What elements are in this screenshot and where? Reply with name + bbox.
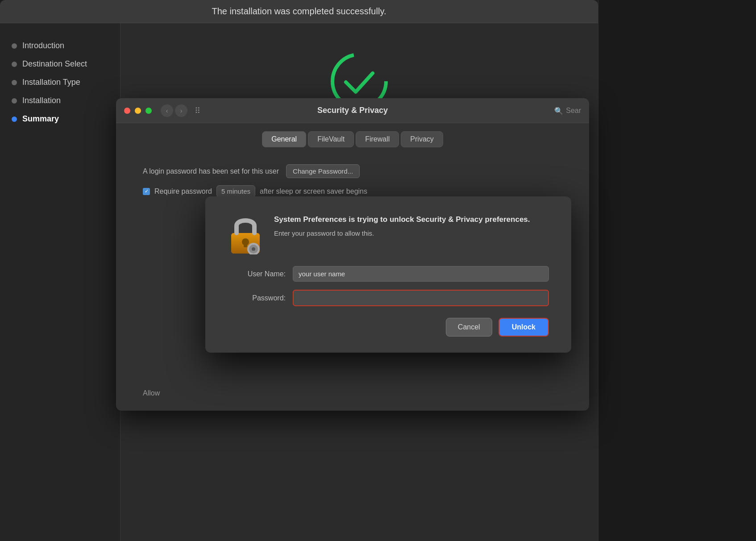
auth-dialog-header: System Preferences is trying to unlock S… (228, 214, 549, 250)
allow-area: Allow (143, 389, 160, 397)
search-area: 🔍 Sear (554, 106, 581, 115)
tab-general[interactable]: General (262, 131, 306, 147)
grid-icon[interactable]: ⠿ (195, 106, 200, 116)
right-panel (598, 0, 756, 541)
svg-rect-4 (244, 242, 247, 247)
sidebar-label-destination: Destination Select (22, 59, 87, 69)
search-placeholder: Sear (566, 107, 581, 115)
cancel-button[interactable]: Cancel (446, 318, 492, 337)
login-password-row: A login password has been set for this u… (143, 164, 562, 178)
svg-point-7 (252, 247, 255, 251)
sidebar-item-installation[interactable]: Installation (9, 92, 111, 110)
security-title-bar: ‹ › ⠿ Security & Privacy 🔍 Sear (116, 98, 589, 123)
traffic-light-red[interactable] (124, 108, 130, 114)
sidebar-label-introduction: Introduction (22, 41, 64, 50)
traffic-light-yellow[interactable] (135, 108, 141, 114)
sidebar-item-install-type[interactable]: Installation Type (9, 73, 111, 92)
password-input[interactable] (293, 290, 549, 306)
sidebar-item-summary[interactable]: Summary (9, 110, 111, 128)
allow-label: Allow (143, 389, 160, 397)
username-field-row: User Name: (228, 266, 549, 282)
forward-arrow[interactable]: › (175, 104, 187, 117)
sidebar-dot-introduction (12, 43, 17, 49)
dialog-buttons: Cancel Unlock (228, 318, 549, 337)
installer-title-bar: The installation was completed successfu… (0, 0, 598, 23)
password-duration-dropdown[interactable]: 5 minutes (216, 185, 255, 197)
lock-icon (228, 214, 263, 250)
nav-arrows: ‹ › (161, 104, 187, 117)
security-window-title: Security & Privacy (317, 106, 388, 115)
installer-sidebar: Introduction Destination Select Installa… (0, 23, 120, 541)
security-tabs: General FileVault Firewall Privacy (116, 123, 589, 155)
tab-filevault[interactable]: FileVault (308, 131, 354, 147)
tab-firewall[interactable]: Firewall (356, 131, 399, 147)
require-password-suffix: after sleep or screen saver begins (260, 187, 367, 196)
tab-privacy[interactable]: Privacy (401, 131, 443, 147)
sidebar-dot-destination (12, 62, 17, 67)
auth-text-block: System Preferences is trying to unlock S… (274, 214, 549, 237)
traffic-light-green[interactable] (145, 108, 152, 114)
require-password-checkbox[interactable]: ✓ (143, 188, 150, 195)
unlock-button[interactable]: Unlock (498, 318, 549, 337)
sidebar-dot-installation (12, 98, 17, 104)
sidebar-label-summary: Summary (22, 114, 59, 124)
require-password-label: Require password (154, 187, 212, 196)
sidebar-dot-summary (12, 117, 17, 122)
password-field-row: Password: (228, 290, 549, 306)
auth-dialog-subtitle: Enter your password to allow this. (274, 229, 549, 237)
sidebar-dot-install-type (12, 80, 17, 85)
change-password-button[interactable]: Change Password... (286, 164, 360, 178)
sidebar-label-installation: Installation (22, 96, 61, 105)
username-label: User Name: (228, 270, 286, 278)
auth-dialog: System Preferences is trying to unlock S… (205, 196, 571, 353)
password-label: Password: (228, 294, 286, 302)
search-icon: 🔍 (554, 106, 563, 115)
require-password-row: ✓ Require password 5 minutes after sleep… (143, 185, 562, 197)
username-input[interactable] (293, 266, 549, 282)
sidebar-item-destination[interactable]: Destination Select (9, 55, 111, 73)
sidebar-label-install-type: Installation Type (22, 78, 80, 87)
auth-dialog-title: System Preferences is trying to unlock S… (274, 214, 549, 225)
installer-title: The installation was completed successfu… (212, 6, 386, 17)
login-password-text: A login password has been set for this u… (143, 167, 279, 175)
back-arrow[interactable]: ‹ (161, 104, 173, 117)
sidebar-item-introduction[interactable]: Introduction (9, 37, 111, 55)
